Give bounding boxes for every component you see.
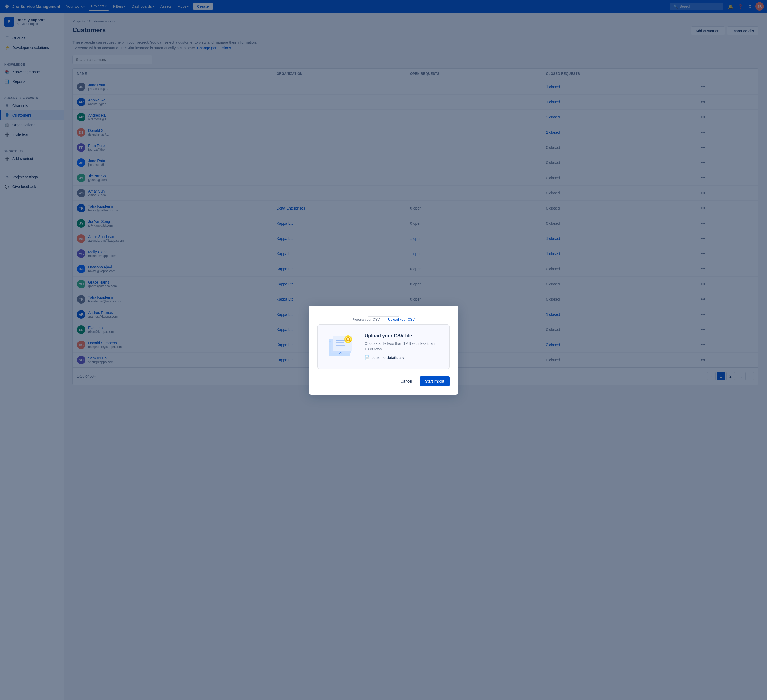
upload-area: Upload your CSV file Choose a file less … xyxy=(317,324,450,369)
start-import-button[interactable]: Start import xyxy=(420,377,450,386)
modal-stepper: Prepare your CSV Upload your CSV xyxy=(317,314,450,318)
upload-text: Upload your CSV file Choose a file less … xyxy=(364,333,441,360)
upload-description: Choose a file less than 1MB with less th… xyxy=(364,341,441,352)
step-1-label: Prepare your CSV xyxy=(352,317,380,321)
modal-actions: Cancel Start import xyxy=(317,377,450,386)
cancel-button[interactable]: Cancel xyxy=(396,377,417,385)
step-2-label: Upload your CSV xyxy=(388,317,415,321)
file-name: customerdetails.csv xyxy=(371,355,404,360)
svg-rect-10 xyxy=(336,345,345,345)
svg-rect-9 xyxy=(336,342,344,343)
file-icon: 📄 xyxy=(364,355,370,360)
upload-csv-modal: Prepare your CSV Upload your CSV xyxy=(309,305,458,395)
upload-illustration xyxy=(326,333,358,360)
modal-overlay[interactable]: Prepare your CSV Upload your CSV xyxy=(0,0,767,700)
upload-title: Upload your CSV file xyxy=(364,333,441,339)
file-indicator: 📄 customerdetails.csv xyxy=(364,355,441,360)
step-1: Prepare your CSV xyxy=(364,314,368,318)
step-2: Upload your CSV xyxy=(399,314,403,318)
